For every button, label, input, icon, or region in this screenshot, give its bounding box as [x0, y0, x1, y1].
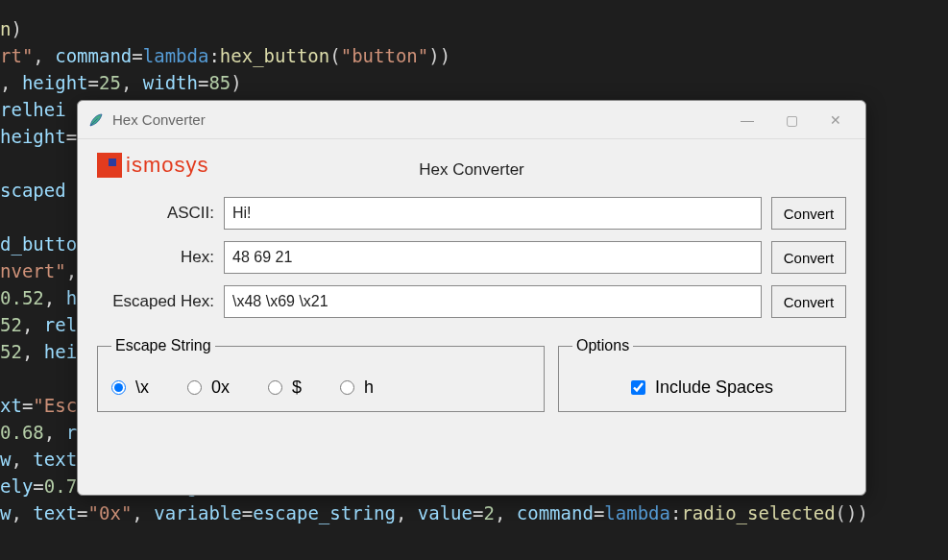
hex-label: Hex:: [97, 248, 214, 267]
escape-radio-dollar-label: $: [292, 377, 302, 398]
hex-input[interactable]: [224, 241, 762, 274]
tk-feather-icon: [87, 111, 105, 129]
minimize-button[interactable]: —: [725, 101, 769, 139]
include-spaces-option[interactable]: Include Spaces: [572, 377, 832, 398]
hex-converter-window: Hex Converter — ▢ ✕ ismosys Hex Converte…: [77, 100, 866, 496]
options-group: Options Include Spaces: [558, 337, 846, 412]
escaped-hex-convert-button[interactable]: Convert: [771, 285, 846, 318]
escape-radio-h-label: h: [364, 377, 374, 398]
escape-radio-x-input[interactable]: [111, 380, 126, 395]
escape-radio-dollar-input[interactable]: [268, 380, 282, 395]
maximize-button[interactable]: ▢: [769, 101, 814, 139]
include-spaces-label: Include Spaces: [655, 377, 773, 398]
escaped-hex-label: Escaped Hex:: [97, 292, 214, 311]
app-title: Hex Converter: [78, 160, 865, 180]
escape-radio-0x-input[interactable]: [187, 380, 202, 395]
options-legend: Options: [572, 337, 633, 354]
escape-radio-0x-label: 0x: [211, 377, 230, 398]
escape-radio-0x[interactable]: 0x: [187, 377, 230, 398]
escape-string-group: Escape String \x 0x $: [97, 337, 545, 412]
ascii-row: ASCII: Convert: [97, 197, 846, 230]
escaped-hex-row: Escaped Hex: Convert: [97, 285, 846, 318]
hex-convert-button[interactable]: Convert: [771, 241, 846, 274]
escape-radio-dollar[interactable]: $: [268, 377, 302, 398]
ascii-label: ASCII:: [97, 204, 214, 223]
escape-string-legend: Escape String: [111, 337, 215, 354]
escape-radio-h-input[interactable]: [340, 380, 354, 395]
escape-radio-x-label: \x: [135, 377, 149, 398]
close-button[interactable]: ✕: [814, 101, 858, 139]
include-spaces-checkbox[interactable]: [631, 380, 645, 395]
window-title: Hex Converter: [112, 111, 206, 128]
escape-radio-h[interactable]: h: [340, 377, 374, 398]
escaped-hex-input[interactable]: [224, 285, 762, 318]
hex-row: Hex: Convert: [97, 241, 846, 274]
titlebar[interactable]: Hex Converter — ▢ ✕: [78, 101, 865, 139]
ascii-convert-button[interactable]: Convert: [771, 197, 846, 230]
window-content: ismosys Hex Converter ASCII: Convert Hex…: [78, 139, 865, 495]
ascii-input[interactable]: [224, 197, 762, 230]
escape-radio-x[interactable]: \x: [111, 377, 149, 398]
